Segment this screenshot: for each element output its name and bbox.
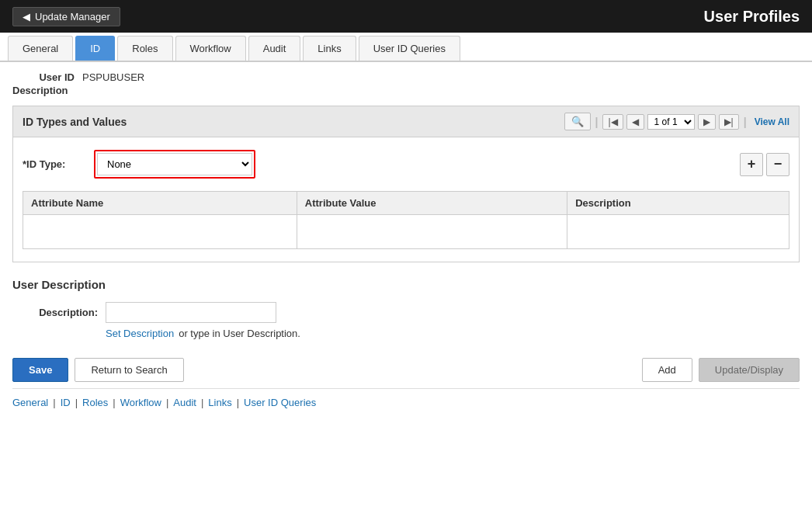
attr-desc-cell <box>567 215 789 249</box>
desc-input-label: Description: <box>28 307 98 318</box>
left-buttons: Save Return to Search <box>12 358 184 382</box>
user-id-label: User ID <box>12 71 75 83</box>
tab-audit[interactable]: Audit <box>248 36 301 61</box>
save-button[interactable]: Save <box>12 358 68 382</box>
tab-links[interactable]: Links <box>303 36 356 61</box>
right-buttons: Add Update/Display <box>642 358 800 382</box>
id-type-row: *ID Type: None + − <box>23 150 789 179</box>
table-row <box>23 215 789 249</box>
description-input[interactable] <box>106 302 276 323</box>
prev-page-button[interactable]: ◀ <box>626 114 644 130</box>
add-button[interactable]: Add <box>642 358 692 382</box>
set-desc-helper-text: or type in User Description. <box>179 328 300 339</box>
footer-link-audit[interactable]: Audit <box>173 397 196 408</box>
id-type-label: *ID Type: <box>23 158 85 170</box>
return-to-search-button[interactable]: Return to Search <box>75 358 183 382</box>
tab-roles[interactable]: Roles <box>117 36 172 61</box>
footer-link-id[interactable]: ID <box>61 397 71 408</box>
bottom-buttons: Save Return to Search Add Update/Display <box>12 358 800 388</box>
section-header: ID Types and Values 🔍 | |◀ ◀ 1 of 1 ▶ ▶|… <box>13 106 799 137</box>
tab-id[interactable]: ID <box>75 36 115 61</box>
user-id-row: User ID PSPUBUSER <box>12 71 800 83</box>
footer-links: General | ID | Roles | Workflow | Audit … <box>12 388 800 411</box>
search-button[interactable]: 🔍 <box>564 113 591 130</box>
user-id-value: PSPUBUSER <box>82 71 144 83</box>
back-button[interactable]: ◀ Update Manager <box>12 7 120 26</box>
tab-workflow[interactable]: Workflow <box>175 36 246 61</box>
set-desc-row: Set Description or type in User Descript… <box>106 328 800 339</box>
attr-value-cell <box>297 215 567 249</box>
last-page-button[interactable]: ▶| <box>719 114 739 130</box>
next-page-button[interactable]: ▶ <box>698 114 716 130</box>
search-icon: 🔍 <box>571 116 584 127</box>
footer-link-links[interactable]: Links <box>208 397 231 408</box>
id-types-section: ID Types and Values 🔍 | |◀ ◀ 1 of 1 ▶ ▶|… <box>12 106 800 262</box>
section-body: *ID Type: None + − Attribute Name Attrib… <box>13 137 799 262</box>
top-header: ◀ Update Manager User Profiles <box>0 0 812 33</box>
col-attribute-name: Attribute Name <box>23 192 297 215</box>
desc-input-row: Description: <box>28 302 800 323</box>
tab-user-id-queries[interactable]: User ID Queries <box>359 36 460 61</box>
tab-general[interactable]: General <box>8 36 73 61</box>
set-description-link[interactable]: Set Description <box>106 328 174 339</box>
add-row-button[interactable]: + <box>740 153 763 176</box>
main-content: User ID PSPUBUSER Description ID Types a… <box>0 62 812 421</box>
attributes-table: Attribute Name Attribute Value Descripti… <box>23 191 789 249</box>
attr-name-cell <box>23 215 297 249</box>
user-desc-title: User Description <box>12 278 800 291</box>
user-description-section: User Description Description: Set Descri… <box>12 278 800 339</box>
footer-link-workflow[interactable]: Workflow <box>120 397 161 408</box>
footer-link-roles[interactable]: Roles <box>82 397 108 408</box>
id-type-select[interactable]: None <box>97 153 252 175</box>
id-type-select-wrapper: None <box>94 150 255 179</box>
pagination-select[interactable]: 1 of 1 <box>647 114 695 130</box>
back-arrow-icon: ◀ <box>23 11 30 23</box>
footer-link-user-id-queries[interactable]: User ID Queries <box>244 397 316 408</box>
add-remove-buttons: + − <box>740 153 789 176</box>
tabs-bar: General ID Roles Workflow Audit Links Us… <box>0 36 812 62</box>
footer-link-general[interactable]: General <box>12 397 48 408</box>
header-title: User Profiles <box>704 8 800 26</box>
remove-row-button[interactable]: − <box>766 153 789 176</box>
update-display-button: Update/Display <box>699 358 800 382</box>
back-button-label: Update Manager <box>35 11 110 23</box>
section-controls: 🔍 | |◀ ◀ 1 of 1 ▶ ▶| | View All <box>564 113 789 130</box>
first-page-button[interactable]: |◀ <box>602 114 623 130</box>
description-field-label: Description <box>12 85 800 96</box>
col-description: Description <box>567 192 789 215</box>
col-attribute-value: Attribute Value <box>297 192 567 215</box>
view-all-link[interactable]: View All <box>755 116 789 127</box>
section-title: ID Types and Values <box>23 116 127 128</box>
